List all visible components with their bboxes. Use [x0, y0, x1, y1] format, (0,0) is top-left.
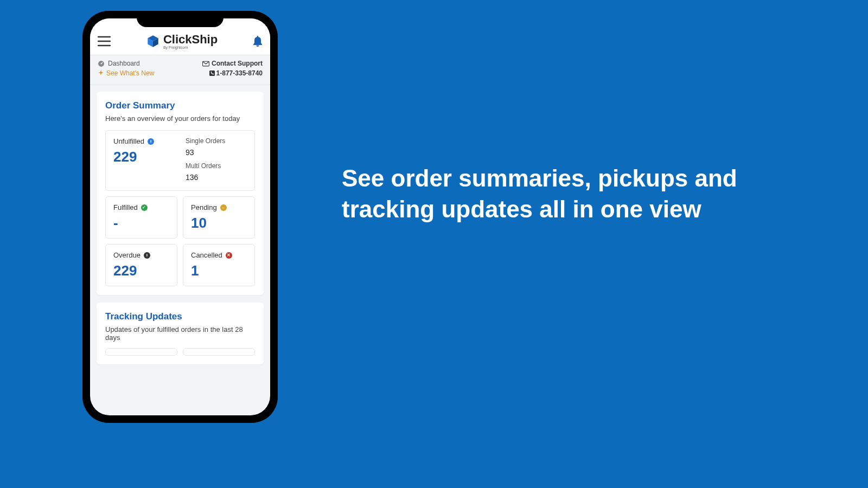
- check-icon: ✓: [141, 204, 148, 211]
- contact-support-label: Contact Support: [212, 60, 263, 67]
- dashboard-label: Dashboard: [108, 60, 140, 67]
- tracking-updates-card: Tracking Updates Updates of your fulfill…: [97, 303, 264, 364]
- tracking-tile-placeholder: [183, 348, 255, 356]
- tracking-tile-placeholder: [105, 348, 177, 356]
- overdue-tile[interactable]: Overdue i 229: [105, 244, 177, 286]
- order-summary-card: Order Summary Here's an overview of your…: [97, 92, 264, 295]
- support-phone[interactable]: 1-877-335-8740: [209, 69, 263, 77]
- cancelled-value: 1: [191, 262, 247, 279]
- svg-rect-3: [209, 70, 215, 76]
- support-phone-number: 1-877-335-8740: [216, 69, 263, 77]
- logo: ClickShip By Freightcom: [146, 33, 218, 49]
- pending-value: 10: [191, 215, 247, 232]
- info-icon: i: [144, 252, 150, 259]
- contact-support-link[interactable]: Contact Support: [202, 60, 263, 67]
- phone-frame: ClickShip By Freightcom Dashboard Contac…: [82, 11, 278, 423]
- cancelled-tile[interactable]: Cancelled ✕ 1: [183, 244, 255, 286]
- pending-label: Pending: [191, 203, 217, 211]
- tracking-subtitle: Updates of your fulfilled orders in the …: [105, 325, 255, 342]
- cancelled-label: Cancelled: [191, 251, 222, 259]
- content-area: Order Summary Here's an overview of your…: [90, 85, 270, 378]
- single-orders-label: Single Orders: [186, 137, 247, 145]
- notifications-button[interactable]: [253, 36, 263, 47]
- unfulfilled-label: Unfulfilled: [113, 137, 144, 145]
- phone-notch: [137, 11, 224, 27]
- app-screen: ClickShip By Freightcom Dashboard Contac…: [90, 18, 270, 415]
- fulfilled-tile[interactable]: Fulfilled ✓ -: [105, 196, 177, 239]
- pending-tile[interactable]: Pending – 10: [183, 196, 255, 239]
- phone-icon: [209, 70, 215, 76]
- overdue-label: Overdue: [113, 251, 141, 259]
- multi-orders-label: Multi Orders: [186, 162, 247, 170]
- tracking-title: Tracking Updates: [105, 311, 255, 322]
- unfulfilled-value: 229: [113, 149, 175, 165]
- svg-point-1: [100, 63, 101, 64]
- gauge-icon: [98, 60, 105, 67]
- single-orders-value: 93: [186, 148, 247, 157]
- fulfilled-label: Fulfilled: [113, 203, 138, 211]
- logo-text: ClickShip: [163, 33, 218, 47]
- whats-new-label: See What's New: [106, 69, 154, 77]
- unfulfilled-tile[interactable]: Unfulfilled i 229 Single Orders 93 Multi…: [105, 130, 255, 191]
- mail-icon: [202, 61, 209, 67]
- marketing-headline: See order summaries, pickups and trackin…: [342, 163, 787, 224]
- sparkle-icon: [98, 70, 104, 76]
- order-summary-subtitle: Here's an overview of your orders for to…: [105, 114, 255, 123]
- fulfilled-value: -: [113, 215, 169, 232]
- whats-new-link[interactable]: See What's New: [98, 69, 154, 77]
- multi-orders-value: 136: [186, 173, 247, 182]
- order-summary-title: Order Summary: [105, 100, 255, 111]
- menu-button[interactable]: [98, 36, 111, 47]
- box-icon: [146, 34, 160, 48]
- x-icon: ✕: [226, 252, 232, 259]
- minus-icon: –: [220, 204, 227, 211]
- sub-header: Dashboard Contact Support See What's New…: [90, 55, 270, 85]
- overdue-value: 229: [113, 262, 169, 279]
- info-icon: i: [148, 138, 154, 145]
